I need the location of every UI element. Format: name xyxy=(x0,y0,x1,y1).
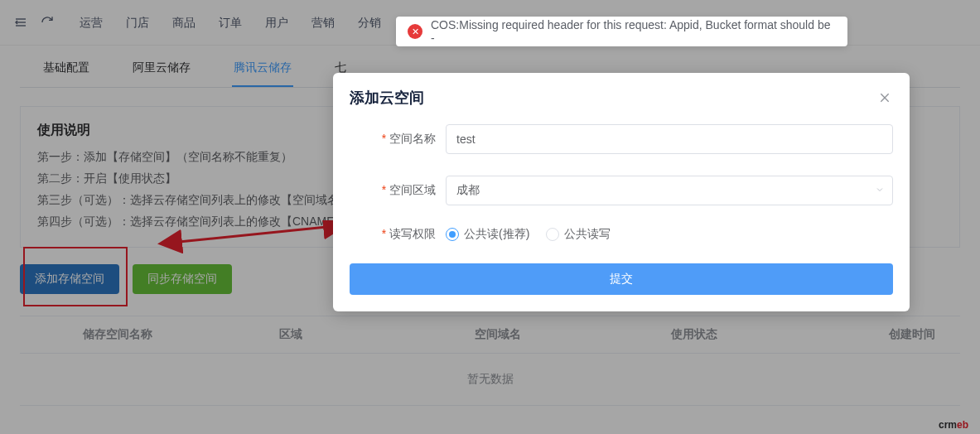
modal-header: 添加云空间 xyxy=(333,73,910,119)
modal-title: 添加云空间 xyxy=(350,88,424,108)
radio-circle-icon xyxy=(546,228,559,241)
form-row-name: 空间名称 xyxy=(350,124,893,154)
label-space-name: 空间名称 xyxy=(350,132,446,147)
space-region-select[interactable] xyxy=(446,176,893,205)
form-row-acl: 读写权限 公共读(推荐) 公共读写 xyxy=(350,227,893,242)
add-cloud-space-modal: 添加云空间 空间名称 空间区域 读写权限 xyxy=(333,73,910,311)
error-message: COS:Missing required header for this req… xyxy=(431,18,836,45)
radio-circle-icon xyxy=(446,228,459,241)
label-space-region: 空间区域 xyxy=(350,183,446,198)
error-icon: ✕ xyxy=(408,24,422,39)
form-row-region: 空间区域 xyxy=(350,176,893,205)
modal-body: 空间名称 空间区域 读写权限 公共读(推荐) xyxy=(333,119,910,311)
radio-public-read[interactable]: 公共读(推荐) xyxy=(446,227,529,242)
space-name-input[interactable] xyxy=(446,124,893,154)
radio-label-public-read: 公共读(推荐) xyxy=(464,227,529,242)
submit-button[interactable]: 提交 xyxy=(350,263,893,295)
close-icon[interactable] xyxy=(876,89,893,106)
error-toast: ✕ COS:Missing required header for this r… xyxy=(396,17,847,46)
radio-public-read-write[interactable]: 公共读写 xyxy=(546,227,611,242)
label-acl: 读写权限 xyxy=(350,227,446,242)
radio-label-public-read-write: 公共读写 xyxy=(564,227,611,242)
